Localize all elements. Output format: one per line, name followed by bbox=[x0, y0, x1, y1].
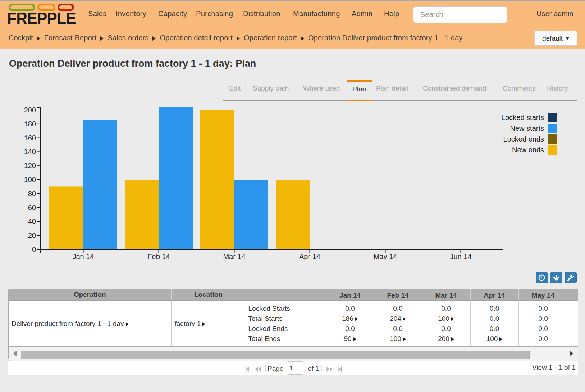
svg-text:20: 20 bbox=[28, 231, 36, 239]
svg-text:80: 80 bbox=[28, 190, 36, 198]
svg-text:Mar 14: Mar 14 bbox=[223, 253, 245, 260]
svg-text:Feb 14: Feb 14 bbox=[147, 253, 170, 260]
svg-text:100: 100 bbox=[24, 176, 36, 184]
svg-text:140: 140 bbox=[24, 148, 36, 156]
svg-text:160: 160 bbox=[24, 134, 36, 142]
svg-text:Jan 14: Jan 14 bbox=[72, 253, 94, 260]
svg-text:180: 180 bbox=[24, 120, 36, 128]
svg-text:60: 60 bbox=[28, 204, 36, 212]
svg-text:40: 40 bbox=[28, 217, 36, 225]
svg-text:120: 120 bbox=[24, 162, 36, 170]
svg-text:200: 200 bbox=[24, 106, 36, 114]
svg-text:0: 0 bbox=[32, 245, 36, 253]
svg-text:Apr 14: Apr 14 bbox=[299, 253, 320, 260]
svg-text:Jun 14: Jun 14 bbox=[450, 253, 471, 260]
svg-text:May 14: May 14 bbox=[374, 253, 397, 260]
